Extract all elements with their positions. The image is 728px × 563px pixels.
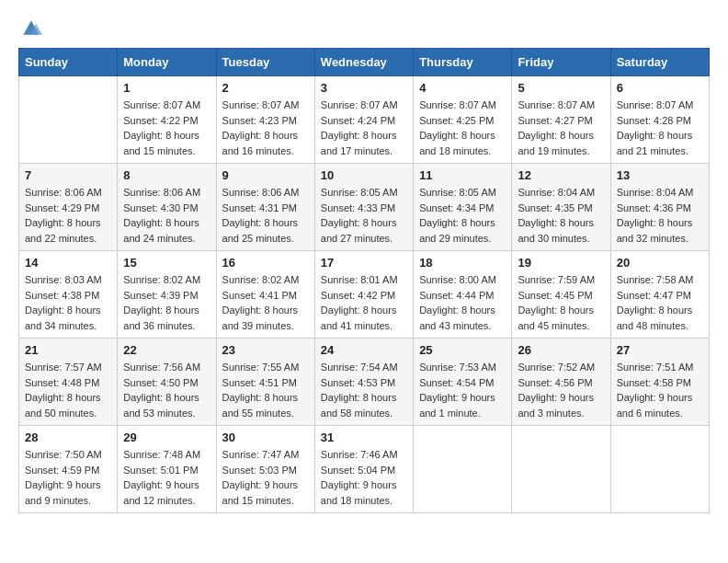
day-info: Sunrise: 7:53 AM Sunset: 4:54 PM Dayligh… bbox=[419, 360, 506, 420]
day-info: Sunrise: 8:04 AM Sunset: 4:36 PM Dayligh… bbox=[617, 185, 703, 246]
day-number: 11 bbox=[419, 168, 506, 182]
day-number: 19 bbox=[518, 256, 604, 270]
calendar-header-row: SundayMondayTuesdayWednesdayThursdayFrid… bbox=[19, 49, 710, 76]
day-info: Sunrise: 8:00 AM Sunset: 4:44 PM Dayligh… bbox=[419, 272, 506, 333]
day-number: 10 bbox=[321, 168, 407, 182]
calendar-cell: 23Sunrise: 7:55 AM Sunset: 4:51 PM Dayli… bbox=[216, 339, 314, 426]
logo-icon bbox=[20, 18, 42, 37]
day-info: Sunrise: 8:04 AM Sunset: 4:35 PM Dayligh… bbox=[518, 185, 604, 246]
day-number: 6 bbox=[617, 81, 703, 95]
calendar-cell: 11Sunrise: 8:05 AM Sunset: 4:34 PM Dayli… bbox=[414, 164, 512, 251]
calendar-cell: 1Sunrise: 8:07 AM Sunset: 4:22 PM Daylig… bbox=[118, 76, 216, 164]
calendar-cell: 3Sunrise: 8:07 AM Sunset: 4:24 PM Daylig… bbox=[314, 76, 413, 164]
day-info: Sunrise: 8:07 AM Sunset: 4:24 PM Dayligh… bbox=[321, 98, 407, 158]
calendar-cell bbox=[610, 426, 709, 513]
column-header-saturday: Saturday bbox=[610, 49, 709, 76]
calendar-cell: 5Sunrise: 8:07 AM Sunset: 4:27 PM Daylig… bbox=[512, 76, 610, 164]
calendar-cell: 13Sunrise: 8:04 AM Sunset: 4:36 PM Dayli… bbox=[610, 164, 709, 251]
calendar-cell: 12Sunrise: 8:04 AM Sunset: 4:35 PM Dayli… bbox=[512, 164, 610, 251]
calendar-cell bbox=[19, 76, 118, 164]
day-number: 20 bbox=[617, 256, 703, 270]
day-number: 30 bbox=[222, 431, 309, 444]
calendar-cell: 8Sunrise: 8:06 AM Sunset: 4:30 PM Daylig… bbox=[118, 164, 216, 251]
column-header-wednesday: Wednesday bbox=[314, 49, 413, 76]
day-number: 3 bbox=[321, 81, 407, 95]
column-header-friday: Friday bbox=[512, 49, 610, 76]
day-info: Sunrise: 8:02 AM Sunset: 4:41 PM Dayligh… bbox=[222, 272, 309, 333]
calendar-cell: 6Sunrise: 8:07 AM Sunset: 4:28 PM Daylig… bbox=[610, 76, 709, 164]
day-info: Sunrise: 7:58 AM Sunset: 4:47 PM Dayligh… bbox=[617, 272, 703, 333]
day-info: Sunrise: 8:01 AM Sunset: 4:42 PM Dayligh… bbox=[321, 272, 407, 333]
day-info: Sunrise: 8:07 AM Sunset: 4:25 PM Dayligh… bbox=[419, 98, 506, 158]
day-info: Sunrise: 7:59 AM Sunset: 4:45 PM Dayligh… bbox=[518, 272, 604, 333]
day-number: 17 bbox=[321, 256, 407, 270]
calendar-cell: 27Sunrise: 7:51 AM Sunset: 4:58 PM Dayli… bbox=[610, 339, 709, 426]
day-number: 1 bbox=[123, 81, 210, 95]
day-info: Sunrise: 8:03 AM Sunset: 4:38 PM Dayligh… bbox=[25, 272, 111, 333]
day-info: Sunrise: 7:47 AM Sunset: 5:03 PM Dayligh… bbox=[222, 447, 309, 508]
day-info: Sunrise: 8:06 AM Sunset: 4:29 PM Dayligh… bbox=[25, 185, 111, 246]
calendar-cell bbox=[512, 426, 610, 513]
day-number: 9 bbox=[222, 168, 309, 182]
day-number: 13 bbox=[617, 168, 703, 182]
day-info: Sunrise: 8:06 AM Sunset: 4:30 PM Dayligh… bbox=[123, 185, 210, 246]
column-header-tuesday: Tuesday bbox=[216, 49, 314, 76]
day-number: 27 bbox=[617, 343, 703, 357]
logo bbox=[18, 18, 42, 33]
day-number: 15 bbox=[123, 256, 210, 270]
calendar-cell: 24Sunrise: 7:54 AM Sunset: 4:53 PM Dayli… bbox=[314, 339, 413, 426]
day-info: Sunrise: 7:46 AM Sunset: 5:04 PM Dayligh… bbox=[321, 447, 407, 508]
day-number: 29 bbox=[123, 431, 210, 444]
day-number: 8 bbox=[123, 168, 210, 182]
day-info: Sunrise: 8:07 AM Sunset: 4:22 PM Dayligh… bbox=[123, 98, 210, 158]
week-row-2: 7Sunrise: 8:06 AM Sunset: 4:29 PM Daylig… bbox=[19, 164, 710, 251]
calendar-cell: 18Sunrise: 8:00 AM Sunset: 4:44 PM Dayli… bbox=[414, 251, 512, 339]
column-header-thursday: Thursday bbox=[414, 49, 512, 76]
calendar-cell: 21Sunrise: 7:57 AM Sunset: 4:48 PM Dayli… bbox=[19, 339, 118, 426]
calendar-cell: 15Sunrise: 8:02 AM Sunset: 4:39 PM Dayli… bbox=[118, 251, 216, 339]
day-number: 5 bbox=[518, 81, 604, 95]
day-info: Sunrise: 7:56 AM Sunset: 4:50 PM Dayligh… bbox=[123, 360, 210, 420]
calendar-cell: 4Sunrise: 8:07 AM Sunset: 4:25 PM Daylig… bbox=[414, 76, 512, 164]
day-info: Sunrise: 7:54 AM Sunset: 4:53 PM Dayligh… bbox=[321, 360, 407, 420]
day-number: 7 bbox=[25, 168, 111, 182]
page-header bbox=[18, 18, 710, 33]
day-number: 14 bbox=[25, 256, 111, 270]
day-info: Sunrise: 7:50 AM Sunset: 4:59 PM Dayligh… bbox=[25, 447, 111, 508]
day-number: 22 bbox=[123, 343, 210, 357]
day-number: 4 bbox=[419, 81, 506, 95]
day-number: 12 bbox=[518, 168, 604, 182]
calendar-cell: 9Sunrise: 8:06 AM Sunset: 4:31 PM Daylig… bbox=[216, 164, 314, 251]
calendar-cell: 7Sunrise: 8:06 AM Sunset: 4:29 PM Daylig… bbox=[19, 164, 118, 251]
calendar-cell: 10Sunrise: 8:05 AM Sunset: 4:33 PM Dayli… bbox=[314, 164, 413, 251]
calendar-cell: 20Sunrise: 7:58 AM Sunset: 4:47 PM Dayli… bbox=[610, 251, 709, 339]
week-row-1: 1Sunrise: 8:07 AM Sunset: 4:22 PM Daylig… bbox=[19, 76, 710, 164]
calendar-cell bbox=[414, 426, 512, 513]
calendar-cell: 29Sunrise: 7:48 AM Sunset: 5:01 PM Dayli… bbox=[118, 426, 216, 513]
calendar-cell: 19Sunrise: 7:59 AM Sunset: 4:45 PM Dayli… bbox=[512, 251, 610, 339]
day-number: 28 bbox=[25, 431, 111, 444]
calendar-cell: 26Sunrise: 7:52 AM Sunset: 4:56 PM Dayli… bbox=[512, 339, 610, 426]
week-row-3: 14Sunrise: 8:03 AM Sunset: 4:38 PM Dayli… bbox=[19, 251, 710, 339]
calendar-cell: 25Sunrise: 7:53 AM Sunset: 4:54 PM Dayli… bbox=[414, 339, 512, 426]
day-info: Sunrise: 7:52 AM Sunset: 4:56 PM Dayligh… bbox=[518, 360, 604, 420]
day-info: Sunrise: 8:07 AM Sunset: 4:28 PM Dayligh… bbox=[617, 98, 703, 158]
calendar-cell: 2Sunrise: 8:07 AM Sunset: 4:23 PM Daylig… bbox=[216, 76, 314, 164]
calendar-cell: 31Sunrise: 7:46 AM Sunset: 5:04 PM Dayli… bbox=[314, 426, 413, 513]
day-info: Sunrise: 8:07 AM Sunset: 4:23 PM Dayligh… bbox=[222, 98, 309, 158]
day-info: Sunrise: 8:02 AM Sunset: 4:39 PM Dayligh… bbox=[123, 272, 210, 333]
column-header-sunday: Sunday bbox=[19, 49, 118, 76]
calendar-table: SundayMondayTuesdayWednesdayThursdayFrid… bbox=[18, 48, 710, 513]
day-number: 26 bbox=[518, 343, 604, 357]
day-number: 31 bbox=[321, 431, 407, 444]
day-info: Sunrise: 7:48 AM Sunset: 5:01 PM Dayligh… bbox=[123, 447, 210, 508]
day-info: Sunrise: 8:06 AM Sunset: 4:31 PM Dayligh… bbox=[222, 185, 309, 246]
week-row-4: 21Sunrise: 7:57 AM Sunset: 4:48 PM Dayli… bbox=[19, 339, 710, 426]
day-number: 23 bbox=[222, 343, 309, 357]
calendar-cell: 30Sunrise: 7:47 AM Sunset: 5:03 PM Dayli… bbox=[216, 426, 314, 513]
day-info: Sunrise: 7:55 AM Sunset: 4:51 PM Dayligh… bbox=[222, 360, 309, 420]
day-number: 2 bbox=[222, 81, 309, 95]
day-info: Sunrise: 7:51 AM Sunset: 4:58 PM Dayligh… bbox=[617, 360, 703, 420]
day-number: 18 bbox=[419, 256, 506, 270]
day-number: 24 bbox=[321, 343, 407, 357]
